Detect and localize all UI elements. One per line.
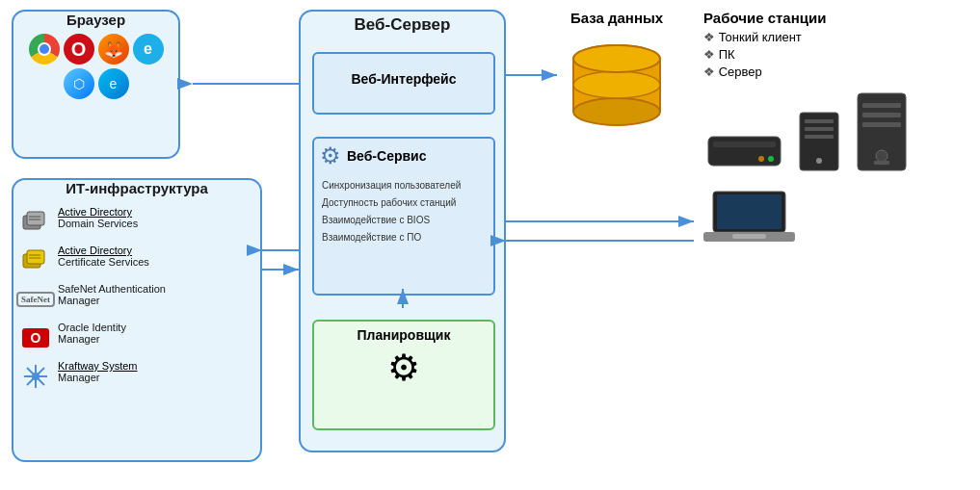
webservice-features: Синхронизация пользователей Доступность … bbox=[314, 173, 493, 246]
svg-rect-27 bbox=[805, 135, 834, 139]
webservice-feature-4: Взаимодействие с ПО bbox=[322, 231, 486, 245]
laptop-device bbox=[703, 189, 795, 250]
workstations-area: Рабочие станции Тонкий клиент ПК Сервер bbox=[703, 10, 964, 250]
svg-rect-21 bbox=[713, 142, 776, 147]
svg-rect-31 bbox=[862, 113, 901, 117]
ie-icon: e bbox=[133, 34, 164, 64]
svg-rect-34 bbox=[874, 161, 889, 165]
oracle-text: Oracle Identity Manager bbox=[58, 322, 126, 345]
server-device bbox=[853, 89, 911, 179]
ad-cs-line1: Active Directory bbox=[58, 245, 132, 256]
kraftway-line1: Kraftway System bbox=[58, 360, 138, 372]
svg-rect-1 bbox=[27, 212, 44, 225]
svg-rect-32 bbox=[862, 122, 901, 127]
svg-rect-36 bbox=[717, 194, 781, 229]
database-area: База данных bbox=[559, 10, 675, 142]
kraftway-icon bbox=[21, 362, 50, 391]
oracle-item: O Oracle Identity Manager bbox=[21, 322, 252, 352]
oracle-icon: O bbox=[21, 323, 50, 352]
safenet-line1: SafeNet Authentication bbox=[58, 283, 166, 295]
webservice-feature-3: Взаимодействие с BIOS bbox=[322, 214, 486, 227]
ws-item-0: Тонкий клиент bbox=[703, 30, 964, 44]
scheduler-box: Планировщик ⚙ bbox=[312, 320, 495, 430]
chrome-icon bbox=[29, 34, 60, 64]
database-title: База данных bbox=[559, 10, 675, 26]
svg-rect-5 bbox=[27, 250, 44, 264]
ad-ds-text: Active Directory Domain Services bbox=[58, 206, 138, 229]
thin-client-device bbox=[703, 122, 785, 179]
kraftway-item: Kraftway System Manager bbox=[21, 360, 252, 391]
ad-ds-line1: Active Directory bbox=[58, 206, 132, 218]
ad-cs-icon bbox=[21, 246, 50, 275]
opera-icon: O bbox=[64, 34, 94, 64]
it-infra-box: ИТ-инфраструктура Active Directory Domai… bbox=[12, 178, 262, 462]
scheduler-gear-icon: ⚙ bbox=[314, 347, 493, 389]
svg-point-33 bbox=[876, 150, 887, 162]
database-icon bbox=[564, 32, 670, 138]
browser-box: Браузер O 🦊 e ⬡ e bbox=[12, 10, 180, 159]
svg-rect-30 bbox=[862, 103, 901, 108]
workstations-title: Рабочие станции bbox=[703, 10, 964, 26]
safari-icon: ⬡ bbox=[64, 68, 94, 99]
webservice-label: Веб-Сервис bbox=[347, 148, 426, 164]
svg-point-16 bbox=[573, 71, 660, 98]
svg-point-17 bbox=[573, 45, 660, 72]
svg-point-12 bbox=[32, 373, 40, 380]
ad-ds-item: Active Directory Domain Services bbox=[21, 206, 252, 237]
device-illustrations bbox=[703, 89, 964, 250]
pc-icon bbox=[795, 108, 843, 175]
svg-rect-25 bbox=[805, 119, 834, 123]
ws-item-1: ПК bbox=[703, 47, 964, 62]
ad-cs-item: Active Directory Certificate Services bbox=[21, 245, 252, 275]
ad-ds-icon bbox=[21, 208, 50, 237]
webservice-feature-1: Синхронизация пользователей bbox=[322, 179, 486, 193]
edge-icon: e bbox=[98, 68, 129, 99]
safenet-line2: Manager bbox=[58, 295, 99, 306]
ad-ds-line2: Domain Services bbox=[58, 218, 138, 229]
webservice-box: ⚙ Веб-Сервис Синхронизация пользователей… bbox=[312, 137, 495, 296]
svg-point-15 bbox=[573, 98, 660, 125]
workstations-list: Тонкий клиент ПК Сервер bbox=[703, 30, 964, 79]
webservice-feature-2: Доступность рабочих станций bbox=[322, 196, 486, 210]
webservice-gear-icon: ⚙ bbox=[320, 142, 341, 169]
server-tower-icon bbox=[853, 89, 911, 175]
webinterface-label: Веб-Интерфейс bbox=[314, 54, 493, 87]
it-infra-items: Active Directory Domain Services Active … bbox=[13, 200, 260, 404]
svg-rect-38 bbox=[732, 234, 766, 239]
ws-item-2: Сервер bbox=[703, 64, 964, 79]
safenet-text: SafeNet Authentication Manager bbox=[58, 283, 166, 306]
oracle-line2: Manager bbox=[58, 333, 99, 345]
webinterface-box: Веб-Интерфейс bbox=[312, 52, 495, 115]
webserver-title: Веб-Сервер bbox=[301, 12, 504, 35]
ad-cs-line2: Certificate Services bbox=[58, 256, 149, 268]
scheduler-label: Планировщик bbox=[314, 322, 493, 343]
browser-icons: O 🦊 e ⬡ e bbox=[13, 34, 178, 99]
pc-device bbox=[795, 108, 843, 179]
ad-cs-text: Active Directory Certificate Services bbox=[58, 245, 149, 268]
svg-point-28 bbox=[816, 158, 822, 164]
laptop-icon bbox=[703, 189, 795, 246]
thin-client-icon bbox=[703, 122, 785, 175]
svg-point-22 bbox=[768, 156, 774, 162]
firefox-icon: 🦊 bbox=[98, 34, 129, 64]
svg-point-23 bbox=[758, 156, 764, 162]
kraftway-line2: Manager bbox=[58, 372, 99, 383]
svg-rect-26 bbox=[805, 127, 834, 131]
kraftway-text: Kraftway System Manager bbox=[58, 360, 138, 383]
webserver-box: Веб-Сервер Веб-Интерфейс ⚙ Веб-Сервис Си… bbox=[299, 10, 506, 452]
browser-title: Браузер bbox=[13, 12, 178, 28]
safenet-item: SafeNet SafeNet Authentication Manager bbox=[21, 283, 252, 314]
diagram: Браузер O 🦊 e ⬡ e ИТ-инфраструктура bbox=[0, 0, 980, 490]
safenet-icon: SafeNet bbox=[21, 285, 50, 314]
oracle-line1: Oracle Identity bbox=[58, 322, 126, 333]
it-infra-title: ИТ-инфраструктура bbox=[13, 180, 260, 196]
